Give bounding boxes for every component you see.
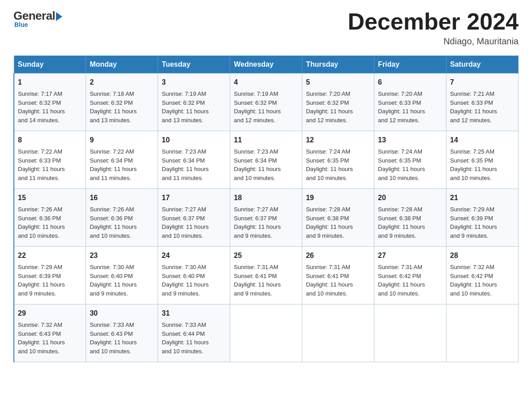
table-row: 6 Sunrise: 7:20 AMSunset: 6:33 PMDayligh… [374, 73, 446, 131]
page-header: General Blue December 2024 Ndiago, Mauri… [13, 9, 519, 47]
day-number: 6 [378, 77, 442, 88]
day-number: 7 [450, 77, 515, 88]
header-sunday: Sunday [14, 56, 86, 73]
table-row: 1 Sunrise: 7:17 AMSunset: 6:32 PMDayligh… [14, 73, 86, 131]
day-number: 26 [306, 250, 370, 261]
day-number: 11 [234, 135, 298, 146]
table-row: 23 Sunrise: 7:30 AMSunset: 6:40 PMDaylig… [86, 247, 158, 304]
calendar-title: December 2024 [348, 9, 519, 34]
day-info: Sunrise: 7:33 AMSunset: 6:43 PMDaylight:… [90, 321, 137, 355]
day-info: Sunrise: 7:23 AMSunset: 6:34 PMDaylight:… [162, 148, 209, 181]
day-info: Sunrise: 7:25 AMSunset: 6:35 PMDaylight:… [450, 148, 497, 181]
table-row: 19 Sunrise: 7:28 AMSunset: 6:38 PMDaylig… [302, 189, 374, 247]
day-info: Sunrise: 7:28 AMSunset: 6:38 PMDaylight:… [306, 206, 353, 239]
day-info: Sunrise: 7:19 AMSunset: 6:32 PMDaylight:… [162, 90, 209, 124]
day-number: 12 [306, 135, 370, 146]
day-number: 9 [90, 135, 154, 146]
day-info: Sunrise: 7:22 AMSunset: 6:33 PMDaylight:… [18, 148, 65, 181]
day-number: 2 [90, 77, 154, 88]
table-row: 27 Sunrise: 7:31 AMSunset: 6:42 PMDaylig… [374, 247, 446, 304]
day-info: Sunrise: 7:17 AMSunset: 6:32 PMDaylight:… [18, 90, 65, 124]
day-info: Sunrise: 7:24 AMSunset: 6:35 PMDaylight:… [306, 148, 353, 181]
day-number: 1 [18, 77, 82, 88]
day-number: 27 [378, 250, 442, 261]
day-info: Sunrise: 7:20 AMSunset: 6:32 PMDaylight:… [306, 90, 353, 124]
title-area: December 2024 Ndiago, Mauritania [348, 9, 519, 47]
table-row: 31 Sunrise: 7:33 AMSunset: 6:44 PMDaylig… [158, 304, 230, 362]
day-info: Sunrise: 7:26 AMSunset: 6:36 PMDaylight:… [18, 206, 65, 239]
logo-blue-text: Blue [14, 21, 28, 28]
table-row: 22 Sunrise: 7:29 AMSunset: 6:39 PMDaylig… [14, 247, 86, 304]
day-info: Sunrise: 7:27 AMSunset: 6:37 PMDaylight:… [234, 206, 281, 239]
table-row: 12 Sunrise: 7:24 AMSunset: 6:35 PMDaylig… [302, 131, 374, 189]
day-info: Sunrise: 7:30 AMSunset: 6:40 PMDaylight:… [162, 264, 209, 297]
calendar-week-row: 22 Sunrise: 7:29 AMSunset: 6:39 PMDaylig… [14, 247, 519, 304]
table-row: 30 Sunrise: 7:33 AMSunset: 6:43 PMDaylig… [86, 304, 158, 362]
table-row: 2 Sunrise: 7:18 AMSunset: 6:32 PMDayligh… [86, 73, 158, 131]
day-info: Sunrise: 7:33 AMSunset: 6:44 PMDaylight:… [162, 321, 209, 355]
day-info: Sunrise: 7:31 AMSunset: 6:41 PMDaylight:… [306, 264, 353, 297]
calendar-week-row: 29 Sunrise: 7:32 AMSunset: 6:43 PMDaylig… [14, 304, 519, 362]
table-row: 10 Sunrise: 7:23 AMSunset: 6:34 PMDaylig… [158, 131, 230, 189]
day-number: 29 [18, 308, 82, 319]
day-number: 21 [450, 193, 515, 203]
table-row: 21 Sunrise: 7:29 AMSunset: 6:39 PMDaylig… [446, 189, 519, 247]
logo: General Blue [13, 9, 62, 28]
weekday-header-row: Sunday Monday Tuesday Wednesday Thursday… [14, 56, 519, 73]
table-row: 3 Sunrise: 7:19 AMSunset: 6:32 PMDayligh… [158, 73, 230, 131]
day-info: Sunrise: 7:27 AMSunset: 6:37 PMDaylight:… [162, 206, 209, 239]
table-row: 4 Sunrise: 7:19 AMSunset: 6:32 PMDayligh… [230, 73, 302, 131]
day-number: 10 [162, 135, 226, 146]
day-number: 24 [162, 250, 226, 261]
day-info: Sunrise: 7:32 AMSunset: 6:43 PMDaylight:… [18, 321, 65, 355]
day-number: 16 [90, 193, 154, 203]
table-row [446, 304, 519, 362]
table-row: 18 Sunrise: 7:27 AMSunset: 6:37 PMDaylig… [230, 189, 302, 247]
table-row: 20 Sunrise: 7:28 AMSunset: 6:38 PMDaylig… [374, 189, 446, 247]
table-row: 25 Sunrise: 7:31 AMSunset: 6:41 PMDaylig… [230, 247, 302, 304]
table-row: 11 Sunrise: 7:23 AMSunset: 6:34 PMDaylig… [230, 131, 302, 189]
table-row: 8 Sunrise: 7:22 AMSunset: 6:33 PMDayligh… [14, 131, 86, 189]
table-row [302, 304, 374, 362]
table-row: 26 Sunrise: 7:31 AMSunset: 6:41 PMDaylig… [302, 247, 374, 304]
day-info: Sunrise: 7:29 AMSunset: 6:39 PMDaylight:… [18, 264, 65, 297]
day-info: Sunrise: 7:32 AMSunset: 6:42 PMDaylight:… [450, 264, 497, 297]
header-tuesday: Tuesday [158, 56, 230, 73]
day-info: Sunrise: 7:30 AMSunset: 6:40 PMDaylight:… [90, 264, 137, 297]
day-number: 13 [378, 135, 442, 146]
day-number: 17 [162, 193, 226, 203]
day-number: 25 [234, 250, 298, 261]
day-info: Sunrise: 7:26 AMSunset: 6:36 PMDaylight:… [90, 206, 137, 239]
header-friday: Friday [374, 56, 446, 73]
day-number: 22 [18, 250, 82, 261]
day-info: Sunrise: 7:23 AMSunset: 6:34 PMDaylight:… [234, 148, 281, 181]
header-thursday: Thursday [302, 56, 374, 73]
day-info: Sunrise: 7:29 AMSunset: 6:39 PMDaylight:… [450, 206, 497, 239]
day-number: 18 [234, 193, 298, 203]
day-number: 8 [18, 135, 82, 146]
table-row: 14 Sunrise: 7:25 AMSunset: 6:35 PMDaylig… [446, 131, 519, 189]
table-row: 16 Sunrise: 7:26 AMSunset: 6:36 PMDaylig… [86, 189, 158, 247]
day-info: Sunrise: 7:20 AMSunset: 6:33 PMDaylight:… [378, 90, 425, 124]
calendar-week-row: 8 Sunrise: 7:22 AMSunset: 6:33 PMDayligh… [14, 131, 519, 189]
table-row: 9 Sunrise: 7:22 AMSunset: 6:34 PMDayligh… [86, 131, 158, 189]
table-row: 15 Sunrise: 7:26 AMSunset: 6:36 PMDaylig… [14, 189, 86, 247]
table-row: 29 Sunrise: 7:32 AMSunset: 6:43 PMDaylig… [14, 304, 86, 362]
day-info: Sunrise: 7:21 AMSunset: 6:33 PMDaylight:… [450, 90, 497, 124]
table-row: 24 Sunrise: 7:30 AMSunset: 6:40 PMDaylig… [158, 247, 230, 304]
logo-arrow-icon [56, 12, 62, 21]
day-number: 23 [90, 250, 154, 261]
table-row: 28 Sunrise: 7:32 AMSunset: 6:42 PMDaylig… [446, 247, 519, 304]
day-number: 28 [450, 250, 515, 261]
header-monday: Monday [86, 56, 158, 73]
day-info: Sunrise: 7:31 AMSunset: 6:42 PMDaylight:… [378, 264, 425, 297]
table-row [374, 304, 446, 362]
day-number: 3 [162, 77, 226, 88]
header-saturday: Saturday [446, 56, 519, 73]
day-info: Sunrise: 7:31 AMSunset: 6:41 PMDaylight:… [234, 264, 281, 297]
day-info: Sunrise: 7:24 AMSunset: 6:35 PMDaylight:… [378, 148, 425, 181]
day-number: 20 [378, 193, 442, 203]
day-info: Sunrise: 7:19 AMSunset: 6:32 PMDaylight:… [234, 90, 281, 124]
calendar-location: Ndiago, Mauritania [348, 36, 519, 47]
header-wednesday: Wednesday [230, 56, 302, 73]
